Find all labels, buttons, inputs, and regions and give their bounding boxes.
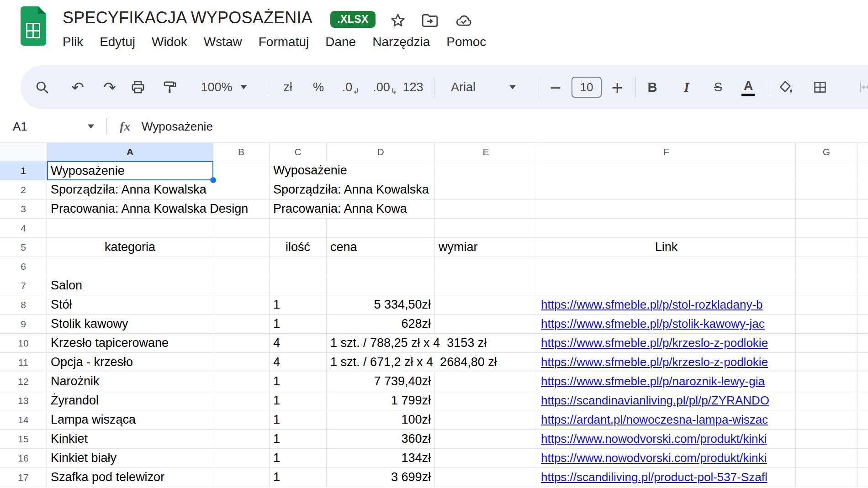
cell-G9[interactable] [796,315,857,334]
cell-A15[interactable]: Kinkiet [47,430,213,449]
cell-D10[interactable]: 1 szt. / 788,25 zł x 4 3153 zł [327,334,537,353]
select-all-corner[interactable] [0,143,47,161]
cell-A1[interactable]: Wyposażenie [47,161,213,180]
cell-A4[interactable] [47,219,213,238]
cell-A10[interactable]: Krzesło tapicerowane [47,334,213,353]
cell-E8[interactable] [435,295,537,315]
cell-A12[interactable]: Narożnik [47,372,213,391]
increase-decimal-button[interactable]: .00 [373,80,390,94]
row-header-16[interactable]: 16 [0,449,47,468]
cell-C13[interactable]: 1 [270,391,327,410]
cell-E4[interactable] [435,219,537,238]
row-header-9[interactable]: 9 [0,315,47,334]
cell-C10[interactable]: 4 [270,334,327,353]
link-cell-F14[interactable]: https://ardant.pl/nowoczesna-lampa-wisza… [537,410,796,430]
cell-B13[interactable] [213,391,270,410]
cell-E6[interactable] [435,257,537,276]
cell-D11[interactable]: 1 szt. / 671,2 zł x 4 2684,80 zł [327,353,537,372]
cell-B8[interactable] [213,295,270,315]
cell-C14[interactable]: 1 [270,410,327,430]
cell-G7[interactable] [796,276,857,295]
cell-A13[interactable]: Żyrandol [47,391,213,410]
cell-F6[interactable] [537,257,796,276]
cell-C17[interactable]: 1 [270,468,327,487]
cell-B10[interactable] [213,334,270,353]
cell-C3[interactable]: Pracowania: Anna Kowa [270,199,435,219]
cell-B12[interactable] [213,372,270,391]
cell-E15[interactable] [435,430,537,449]
cell-G2[interactable] [796,180,857,199]
column-header-A[interactable]: A [47,143,213,161]
cell-G3[interactable] [796,199,857,219]
cell-C9[interactable]: 1 [270,315,327,334]
cell-E9[interactable] [435,315,537,334]
cell-G14[interactable] [796,410,857,430]
cell-A5[interactable]: kategoria [47,238,213,257]
cell-B11[interactable] [213,353,270,372]
row-header-5[interactable]: 5 [0,238,47,257]
fill-handle[interactable] [210,177,216,183]
cell-A8[interactable]: Stół [47,295,213,315]
decrease-decimal-button[interactable]: .0 [342,80,353,94]
cell-A17[interactable]: Szafka pod telewizor [47,468,213,487]
cell-G10[interactable] [796,334,857,353]
print-icon[interactable] [130,79,146,95]
zoom-select[interactable]: 100% [201,80,247,94]
cell-G5[interactable] [796,238,857,257]
cell-G11[interactable] [796,353,857,372]
decrease-font-size-button[interactable]: − [549,79,562,96]
folder-move-icon[interactable] [421,12,439,29]
cell-G1[interactable] [796,161,857,180]
cell-D14[interactable]: 100zł [327,410,435,430]
paint-format-icon[interactable] [162,79,178,95]
cell-D12[interactable]: 7 739,40zł [327,372,435,391]
link-cell-F17[interactable]: https://scandiliving.pl/product-pol-537-… [537,468,796,487]
cell-C2[interactable]: Sporządziła: Anna Kowalska [270,180,435,199]
cell-C4[interactable] [270,219,327,238]
cell-A3[interactable]: Pracowania: Anna Kowalska Design [47,199,270,219]
menu-edytuj[interactable]: Edytuj [100,35,135,49]
italic-button[interactable]: I [684,80,689,95]
cell-E12[interactable] [435,372,537,391]
bold-button[interactable]: B [648,80,657,95]
cell-A14[interactable]: Lampa wisząca [47,410,213,430]
row-header-10[interactable]: 10 [0,334,47,353]
cell-A6[interactable] [47,257,213,276]
cell-C15[interactable]: 1 [270,430,327,449]
cell-A16[interactable]: Kinkiet biały [47,449,213,468]
column-header-F[interactable]: F [537,143,796,161]
menu-formatuj[interactable]: Formatuj [259,35,309,49]
link-cell-F15[interactable]: https://www.nowodvorski.com/produkt/kink… [537,430,796,449]
cell-G16[interactable] [796,449,857,468]
column-header-G[interactable]: G [796,143,857,161]
link-cell-F12[interactable]: https://www.sfmeble.pl/p/naroznik-lewy-g… [537,372,796,391]
font-select[interactable]: Arial [451,80,516,94]
cell-B7[interactable] [213,276,270,295]
cell-B16[interactable] [213,449,270,468]
row-header-1[interactable]: 1 [0,161,47,180]
cell-C16[interactable]: 1 [270,449,327,468]
column-header-C[interactable]: C [270,143,327,161]
cell-A9[interactable]: Stolik kawowy [47,315,213,334]
cell-C11[interactable]: 4 [270,353,327,372]
document-title[interactable]: SPECYFIKACJA WYPOSAŻENIA [63,8,312,27]
cell-D8[interactable]: 5 334,50zł [327,295,435,315]
cell-E17[interactable] [435,468,537,487]
cell-A2[interactable]: Sporządziła: Anna Kowalska [47,180,270,199]
cell-D4[interactable] [327,219,435,238]
row-header-4[interactable]: 4 [0,219,47,238]
cell-B15[interactable] [213,430,270,449]
cell-D15[interactable]: 360zł [327,430,435,449]
name-box-caret-icon[interactable] [88,125,94,129]
currency-format-button[interactable]: zł [283,80,292,94]
cell-D13[interactable]: 1 799zł [327,391,435,410]
cell-F7[interactable] [537,276,796,295]
font-size-input[interactable]: 10 [572,77,602,98]
link-cell-F16[interactable]: https://www.nowodvorski.com/produkt/kink… [537,449,796,468]
merge-cells-icon[interactable] [858,79,868,95]
cell-G17[interactable] [796,468,857,487]
cell-G12[interactable] [796,372,857,391]
strikethrough-button[interactable]: S [714,80,722,94]
row-header-15[interactable]: 15 [0,430,47,449]
cell-F5[interactable]: Link [537,238,796,257]
